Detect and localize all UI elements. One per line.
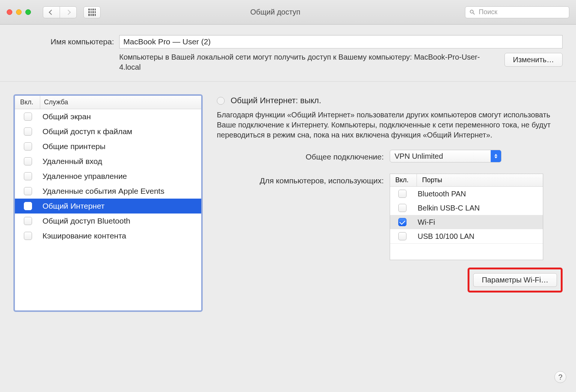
wifi-options-highlight: Параметры Wi-Fi… (468, 268, 563, 293)
port-label: Wi-Fi (418, 218, 435, 227)
port-row[interactable]: Wi-Fi (390, 215, 543, 229)
services-table: Вкл. Служба Общий экранОбщий доступ к фа… (13, 94, 203, 312)
chevron-right-icon (66, 9, 71, 15)
service-row[interactable]: Общий доступ Bluetooth (15, 214, 201, 228)
service-row[interactable]: Общие принтеры (15, 139, 201, 154)
to-computers-row: Для компьютеров, использующих: Вкл. Порт… (217, 174, 563, 293)
service-detail: Общий Интернет: выкл. Благодаря функции … (217, 94, 563, 312)
ports-footer (390, 243, 543, 260)
port-label: Belkin USB-C LAN (418, 204, 480, 212)
search-placeholder: Поиск (479, 8, 497, 16)
ports-header-ports: Порты (417, 174, 543, 186)
search-icon (469, 9, 476, 16)
window-controls (7, 9, 31, 15)
services-header: Вкл. Служба (15, 96, 201, 109)
share-from-value: VPN Unlimited (390, 152, 491, 161)
port-checkbox[interactable] (398, 218, 406, 226)
ports-header: Вкл. Порты (390, 174, 543, 187)
service-label: Удаленный вход (42, 157, 102, 166)
computer-name-section: Имя компьютера: Компьютеры в Вашей локал… (0, 25, 576, 82)
service-checkbox[interactable] (24, 157, 32, 165)
to-computers-label: Для компьютеров, использующих: (217, 174, 384, 186)
minimize-window-button[interactable] (16, 9, 22, 15)
zoom-window-button[interactable] (25, 9, 31, 15)
service-label: Удаленные события Apple Events (42, 187, 164, 196)
grid-icon (88, 9, 96, 16)
service-row[interactable]: Общий доступ к файлам (15, 124, 201, 139)
service-checkbox[interactable] (24, 172, 32, 180)
ports-header-on: Вкл. (390, 174, 417, 186)
computer-name-input[interactable] (119, 35, 563, 48)
share-from-label: Общее подключение: (217, 150, 384, 162)
service-checkbox[interactable] (24, 127, 32, 136)
service-label: Общий Интернет (42, 202, 105, 211)
forward-button[interactable] (60, 6, 77, 18)
port-checkbox[interactable] (398, 204, 406, 212)
edit-hostname-button[interactable]: Изменить… (504, 53, 563, 67)
service-label: Общие принтеры (42, 142, 105, 151)
service-checkbox[interactable] (24, 142, 32, 151)
services-header-service: Служба (40, 96, 201, 109)
chevron-left-icon (49, 9, 54, 15)
service-checkbox[interactable] (24, 113, 32, 121)
service-row[interactable]: Кэширование контента (15, 228, 201, 243)
services-list[interactable]: Общий экранОбщий доступ к файламОбщие пр… (15, 109, 201, 310)
service-label: Общий доступ Bluetooth (42, 216, 130, 225)
services-header-on: Вкл. (15, 96, 40, 109)
toolbar: Общий доступ Поиск (0, 0, 576, 25)
share-from-row: Общее подключение: VPN Unlimited (217, 150, 563, 162)
service-status-text: Общий Интернет: выкл. (231, 96, 321, 105)
service-checkbox[interactable] (24, 202, 32, 210)
port-label: USB 10/100 LAN (418, 232, 474, 241)
service-row[interactable]: Удаленные события Apple Events (15, 184, 201, 199)
service-label: Удаленное управление (42, 172, 127, 181)
close-window-button[interactable] (7, 9, 12, 15)
nav-segment (43, 6, 77, 18)
port-row[interactable]: USB 10/100 LAN (390, 229, 543, 243)
ports-table: Вкл. Порты Bluetooth PANBelkin USB-C LAN… (390, 174, 543, 260)
service-status-row: Общий Интернет: выкл. (217, 96, 563, 105)
sharing-content: Вкл. Служба Общий экранОбщий доступ к фа… (0, 82, 576, 321)
port-row[interactable]: Bluetooth PAN (390, 187, 543, 201)
port-row[interactable]: Belkin USB-C LAN (390, 201, 543, 215)
service-row[interactable]: Удаленное управление (15, 169, 201, 184)
service-checkbox[interactable] (24, 232, 32, 240)
back-button[interactable] (43, 6, 60, 18)
service-label: Общий экран (42, 112, 91, 121)
share-from-select[interactable]: VPN Unlimited (390, 150, 501, 162)
show-all-button[interactable] (83, 6, 101, 18)
service-label: Кэширование контента (42, 231, 126, 240)
service-label: Общий доступ к файлам (42, 127, 132, 136)
computer-name-description: Компьютеры в Вашей локальной сети могут … (119, 52, 504, 72)
service-description: Благодаря функции «Общий Интернет» польз… (217, 110, 563, 140)
port-checkbox[interactable] (398, 232, 406, 240)
window-title: Общий доступ (104, 8, 462, 16)
status-radio-icon (217, 97, 225, 105)
help-button[interactable]: ? (554, 371, 566, 383)
ports-list[interactable]: Bluetooth PANBelkin USB-C LANWi-FiUSB 10… (390, 187, 543, 243)
wifi-options-button[interactable]: Параметры Wi-Fi… (473, 273, 557, 287)
port-label: Bluetooth PAN (418, 190, 466, 198)
port-checkbox[interactable] (398, 190, 406, 198)
help-icon: ? (558, 373, 562, 382)
service-row[interactable]: Общий экран (15, 109, 201, 124)
service-row[interactable]: Удаленный вход (15, 154, 201, 169)
search-field[interactable]: Поиск (465, 6, 569, 18)
select-stepper-icon (491, 150, 501, 162)
computer-name-label: Имя компьютера: (13, 37, 114, 46)
service-checkbox[interactable] (24, 187, 32, 195)
service-checkbox[interactable] (24, 217, 32, 225)
sharing-preferences-window: Общий доступ Поиск Имя компьютера: Компь… (0, 0, 576, 392)
service-row[interactable]: Общий Интернет (15, 199, 201, 214)
